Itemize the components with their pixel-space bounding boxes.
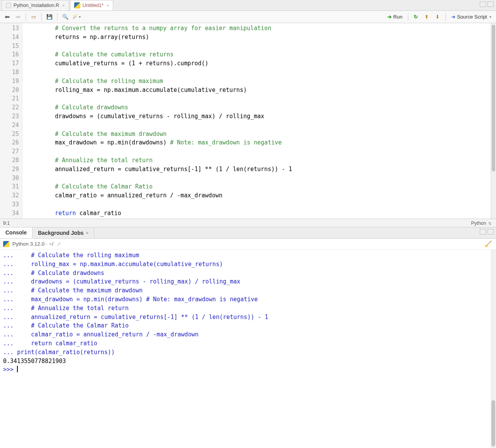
scrollbar-thumb[interactable] (492, 25, 495, 171)
line-number: 22 (0, 103, 19, 112)
updown-icon: ⇅ (488, 221, 491, 226)
code-line: # Calculate the Calmar Ratio (27, 182, 491, 191)
code-line (27, 147, 491, 156)
code-editor[interactable]: # Convert the returns to a numpy array f… (22, 23, 491, 219)
code-line (27, 200, 491, 209)
line-number: 35 (0, 218, 19, 219)
console-line: ... return calmar_ratio (3, 339, 493, 348)
language-selector[interactable]: Python ⇅ (470, 221, 493, 226)
code-line (27, 42, 491, 51)
console-line: ... rolling_max = np.maximum.accumulate(… (3, 260, 493, 269)
close-tab-icon[interactable]: × (62, 3, 65, 8)
next-section-button[interactable]: ⬇ (433, 12, 442, 22)
code-line (27, 94, 491, 103)
file-tab[interactable]: Python_Installation.R× (2, 0, 69, 10)
tab-label: Python_Installation.R (14, 3, 59, 8)
line-number: 25 (0, 130, 19, 139)
nav-back-button[interactable]: ⬅ (2, 12, 12, 22)
console-tab[interactable]: Console (0, 227, 32, 238)
chevron-down-icon: ▾ (79, 15, 81, 19)
line-number-gutter[interactable]: 1314151617181920212223242526272829303132… (0, 23, 22, 219)
find-button[interactable]: 🔍 (61, 12, 70, 22)
line-number: 27 (0, 147, 19, 156)
rerun-button[interactable]: ↻ (411, 12, 421, 22)
clear-console-button[interactable]: 🧹 (484, 240, 492, 248)
console-line: ... # Annualize the total return (3, 304, 493, 313)
chevron-down-icon: ▾ (489, 15, 491, 19)
console-output-line: 0.3413550778821903 (3, 357, 493, 366)
console-maximize-button[interactable] (488, 229, 494, 234)
python-file-icon (74, 2, 80, 8)
line-number: 31 (0, 182, 19, 191)
console-line: ... max_drawdown = np.min(drawdowns) # N… (3, 295, 493, 304)
save-button[interactable]: 💾 (45, 12, 54, 22)
tab-label: Untitled1* (83, 3, 104, 8)
line-number: 16 (0, 50, 19, 59)
line-number: 28 (0, 156, 19, 165)
line-number: 15 (0, 42, 19, 51)
editor-status-bar: 9:1 Python ⇅ (0, 219, 496, 227)
line-number: 21 (0, 94, 19, 103)
code-line: rolling_max = np.maximum.accumulate(cumu… (27, 86, 491, 95)
line-number: 13 (0, 24, 19, 33)
close-tab-icon[interactable]: × (86, 231, 88, 235)
open-in-new-window-button[interactable]: ▭ (29, 12, 38, 22)
maximize-button[interactable] (488, 2, 494, 7)
code-line: # Calculate the cumulative returns (27, 50, 491, 59)
nav-forward-button[interactable]: ➡ (13, 12, 22, 22)
code-line: cumulative_returns = (1 + returns).cumpr… (27, 59, 491, 68)
code-line: calmar_ratio = annualized_return / -max_… (27, 191, 491, 200)
source-script-button[interactable]: ➜ Source Script ▾ (449, 12, 494, 22)
python-icon (3, 241, 9, 247)
code-line: return calmar_ratio (27, 209, 491, 218)
console-line: ... annualized_return = cumulative_retur… (3, 313, 493, 322)
console-vertical-scrollbar[interactable] (491, 249, 496, 448)
cursor-position[interactable]: 9:1 (3, 221, 10, 226)
code-line: # Calculate the maximum drawdown (27, 130, 491, 139)
source-label: Source Script (457, 14, 487, 20)
code-line: max_drawdown = np.min(drawdowns) # Note:… (27, 138, 491, 147)
code-line (27, 174, 491, 183)
console-prompt[interactable]: >>> (3, 365, 493, 374)
console-tab[interactable]: Background Jobs× (32, 227, 94, 238)
console-minimize-button[interactable] (480, 229, 486, 234)
code-line: # Calculate the rolling maximum (27, 77, 491, 86)
close-tab-icon[interactable]: × (107, 3, 109, 8)
line-number: 20 (0, 86, 19, 95)
code-line (27, 68, 491, 77)
run-arrow-icon: ➔ (387, 14, 392, 20)
code-line: # Convert the returns to a numpy array f… (27, 24, 491, 33)
console-output[interactable]: ... # Calculate the rolling maximum... r… (0, 249, 496, 448)
goto-directory-icon[interactable]: ↗ (56, 241, 61, 247)
rerun-icon: ↻ (414, 14, 418, 20)
code-line: print(calmar_ratio(returns)) (27, 218, 491, 219)
line-number: 26 (0, 138, 19, 147)
file-tab[interactable]: Untitled1*× (70, 0, 114, 10)
arrow-right-icon: ➡ (15, 13, 20, 20)
console-line: ... # Calculate the Calmar Ratio (3, 321, 493, 330)
line-number: 30 (0, 174, 19, 183)
line-number: 32 (0, 191, 19, 200)
line-number: 14 (0, 33, 19, 42)
scrollbar-thumb[interactable] (491, 400, 495, 446)
code-line (27, 121, 491, 130)
editor-toolbar: ⬅ ➡ ▭ 💾 🔍 🪄▾ ➔ Run ↻ ⬆ ⬇ ➜ Source Script… (0, 11, 496, 23)
run-button[interactable]: ➔ Run (385, 12, 405, 22)
console-window-controls (480, 229, 494, 234)
line-number: 23 (0, 112, 19, 121)
editor-vertical-scrollbar[interactable] (491, 23, 496, 219)
minimize-button[interactable] (480, 2, 486, 7)
console-line: ... drawdowns = (cumulative_returns - ro… (3, 277, 493, 286)
console-runtime: Python 3.12.0 · ~/ (12, 241, 53, 247)
source-arrow-icon: ➜ (451, 14, 455, 20)
run-label: Run (393, 14, 403, 20)
code-line: drawdowns = (cumulative_returns - rollin… (27, 112, 491, 121)
console-line: ... print(calmar_ratio(returns)) (3, 348, 493, 357)
window-controls (480, 2, 494, 7)
code-line: annualized_return = cumulative_returns[-… (27, 165, 491, 174)
console-header: Python 3.12.0 · ~/ ↗ 🧹 (0, 239, 496, 249)
code-line: # Calculate drawdowns (27, 103, 491, 112)
code-tools-button[interactable]: 🪄▾ (71, 12, 81, 22)
arrow-left-icon: ⬅ (5, 13, 10, 20)
prev-section-button[interactable]: ⬆ (422, 12, 431, 22)
